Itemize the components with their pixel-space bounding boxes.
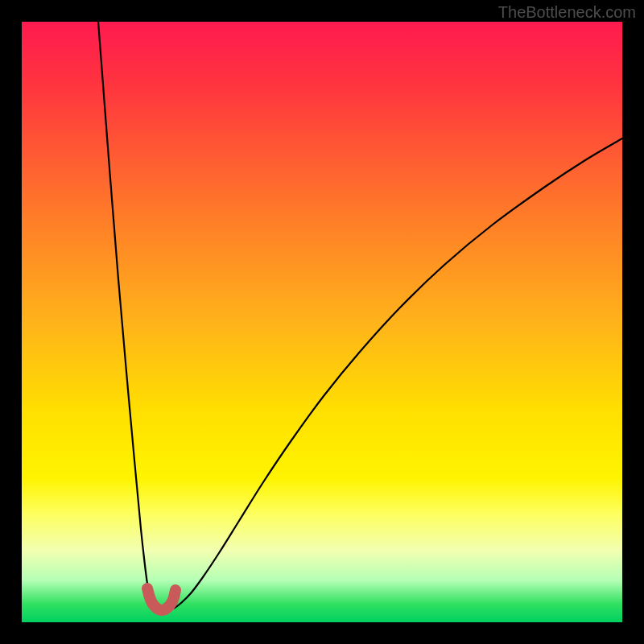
left-curve: [98, 22, 163, 609]
chart-frame: TheBottleneck.com: [0, 0, 644, 644]
watermark-text: TheBottleneck.com: [498, 3, 636, 22]
trough-highlight: [147, 588, 175, 610]
chart-svg: [22, 22, 622, 622]
right-curve: [163, 138, 622, 609]
chart-plot-area: [22, 22, 622, 622]
